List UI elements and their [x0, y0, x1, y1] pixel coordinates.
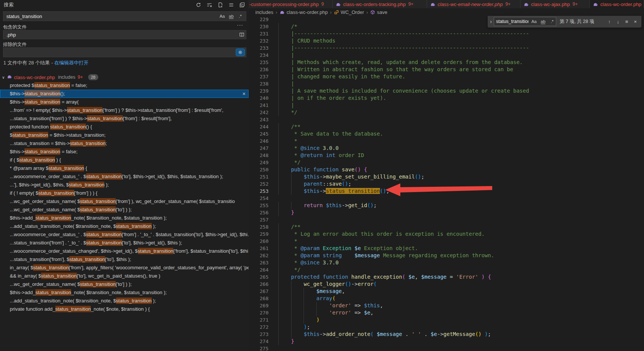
search-result-row[interactable]: protected $status_transition = false; [0, 81, 249, 90]
indent-guide [291, 309, 304, 316]
find-use-regex-toggle[interactable]: .* [548, 18, 556, 25]
indent-guide [278, 252, 291, 259]
search-result-row[interactable]: $status_transition = $this->status_trans… [0, 131, 249, 139]
indent-guide [278, 188, 291, 195]
code-line-264: 264 */ [249, 266, 644, 273]
search-result-row[interactable]: ...from' => ! empty( $this->status_trans… [0, 106, 249, 114]
search-result-row[interactable]: if ( $status_transition ) { [0, 156, 249, 164]
clear-search-results-button[interactable] [205, 1, 214, 9]
tab-class-wc-orders-tracking.php[interactable]: class-wc-orders-tracking.php9+ [333, 0, 427, 8]
search-result-row[interactable]: * @param array $status_transition { [0, 164, 249, 172]
open-in-editor-link[interactable]: 在编辑器中打开 [54, 60, 89, 66]
match-count-badge: 28 [88, 74, 98, 80]
indent-guide [278, 209, 291, 216]
search-result-row[interactable]: && in_array( $status_transition['to'], w… [0, 272, 249, 280]
search-result-row[interactable]: ...'], $this->get_id(), $this, $status_t… [0, 181, 249, 189]
line-number: 231 [249, 30, 269, 37]
search-result-row[interactable]: $this->status_transition();× [0, 90, 249, 98]
tab-class-wc-email-new-order.php[interactable]: class-wc-email-new-order.php9+ [427, 0, 520, 8]
code-line-269: 269'order' => $this, [249, 302, 644, 309]
search-result-row[interactable]: ...woocommerce_order_status_' . $status_… [0, 172, 249, 181]
search-result-row[interactable]: ...status_transition['from'], $status_tr… [0, 255, 249, 264]
indent-guide [278, 202, 291, 209]
indent-guide [291, 188, 304, 195]
search-result-row[interactable]: ...add_status_transition_note( $transiti… [0, 222, 249, 230]
search-result-row[interactable]: $this->add_status_transition_note( $tran… [0, 288, 249, 297]
php-icon [593, 2, 598, 7]
collapse-all-button[interactable] [238, 1, 246, 9]
code-editor[interactable]: 229230/*231|----------------------------… [249, 16, 644, 351]
search-options: Aaab.* [218, 12, 246, 20]
tab-class-wc-ajax.php[interactable]: class-wc-ajax.php9+ [520, 0, 590, 8]
line-number: 266 [249, 281, 269, 288]
find-query-input[interactable] [494, 19, 530, 24]
files-to-include-input[interactable] [3, 32, 238, 38]
previous-match-button[interactable]: ↑ [606, 18, 613, 25]
search-result-row[interactable]: ...add_status_transition_note( $transiti… [0, 297, 249, 305]
find-widget: › Aaab.* 第 7 项, 共 28 项 ↑↓≡× [488, 16, 641, 27]
files-to-include-box [3, 30, 246, 39]
collapse-chevron-icon[interactable]: ∨ [0, 75, 7, 79]
search-result-row[interactable]: ...woocommerce_order_status_' . $status_… [0, 230, 249, 239]
search-use-regex-toggle[interactable]: .* [237, 12, 244, 20]
search-whole-word-toggle[interactable]: ab [227, 12, 235, 20]
close-find-button[interactable]: × [632, 18, 639, 25]
code-line-251: 251$this->maybe_set_user_billing_email()… [249, 173, 644, 180]
search-result-row[interactable]: $this->add_status_transition_note( $tran… [0, 214, 249, 222]
line-content: $message, [278, 288, 345, 295]
search-result-row[interactable]: ...status_transition['from'] ) ? $this->… [0, 114, 249, 123]
breadcrumb-item-wc_order[interactable]: WC_Order [334, 9, 364, 15]
search-result-row[interactable]: ...status_transition['from'] . '_to_' . … [0, 239, 249, 247]
line-content: */ [278, 109, 298, 116]
use-exclude-settings-toggle[interactable] [236, 49, 245, 56]
code-line-270: 270'error' => $e, [249, 309, 644, 316]
result-file-path: includes [58, 75, 75, 80]
line-number: 236 [249, 66, 269, 73]
line-number: 269 [249, 302, 269, 309]
breadcrumb-item-save[interactable]: save [370, 9, 387, 15]
toggle-replace-chevron[interactable]: › [488, 16, 494, 27]
refresh-button[interactable] [194, 1, 203, 9]
search-result-row[interactable]: private function add_status_transition_n… [0, 305, 249, 313]
search-result-row[interactable]: ...status_transition = $this->status_tra… [0, 139, 249, 148]
search-toolbar [194, 1, 246, 9]
search-result-row[interactable]: $this->status_transition = false; [0, 148, 249, 156]
search-result-row[interactable]: in_array( $status_transition['from'], ap… [0, 264, 249, 272]
match-highlight: status_transition [80, 281, 116, 287]
search-result-row[interactable]: protected function status_transition() { [0, 123, 249, 131]
search-result-row[interactable]: $this->status_transition = array( [0, 98, 249, 106]
result-file-row[interactable]: ∨ class-wc-order.php includes 9+ 28 [0, 73, 249, 81]
search-result-row[interactable]: if ( ! empty( $status_transition['from']… [0, 189, 249, 197]
php-icon [336, 2, 341, 7]
find-match-case-toggle[interactable]: Aa [530, 18, 538, 25]
code-line-275: 275 [249, 345, 644, 351]
files-to-exclude-label: 排除的文件 [3, 41, 27, 48]
line-content: | [278, 102, 294, 109]
find-in-selection-button[interactable]: ≡ [623, 18, 630, 25]
code-line-238: 238| [249, 80, 644, 87]
line-content: parent::save(); [278, 180, 351, 188]
next-match-button[interactable]: ↓ [614, 18, 622, 25]
search-input[interactable] [3, 14, 218, 19]
search-result-row[interactable]: ...wc_get_order_status_name( $status_tra… [0, 206, 249, 214]
search-result-row[interactable]: ...woocommerce_order_status_changed', $t… [0, 247, 249, 255]
open-new-search-editor-button[interactable] [216, 1, 224, 9]
dismiss-result-icon[interactable]: × [243, 90, 246, 98]
indent-guide [278, 109, 291, 116]
search-result-row[interactable]: ...wc_get_order_status_name( $status_tra… [0, 197, 249, 206]
indent-guide [278, 295, 291, 302]
search-match-case-toggle[interactable]: Aa [218, 12, 226, 20]
breadcrumb-item-class-wc-order.php[interactable]: class-wc-order.php [279, 9, 328, 15]
tab-class-wc-order.php[interactable]: class-wc-order.php [590, 0, 644, 8]
find-whole-word-toggle[interactable]: ab [539, 18, 547, 25]
search-only-open-editors-toggle[interactable] [238, 31, 246, 39]
indent-guide [278, 95, 291, 102]
match-highlight: status_transition [50, 124, 86, 130]
view-as-list-button[interactable] [227, 1, 235, 9]
search-result-row[interactable]: ...wc_get_order_status_name( $status_tra… [0, 280, 249, 288]
tab-customer-processing-order.php[interactable]: -customer-processing-order.php9 [249, 0, 333, 8]
files-to-exclude-input[interactable] [3, 50, 236, 55]
indent-guide [291, 316, 304, 324]
breadcrumb-item-includes[interactable]: includes [255, 9, 273, 15]
toggle-search-details-button[interactable]: ··· [237, 22, 243, 28]
